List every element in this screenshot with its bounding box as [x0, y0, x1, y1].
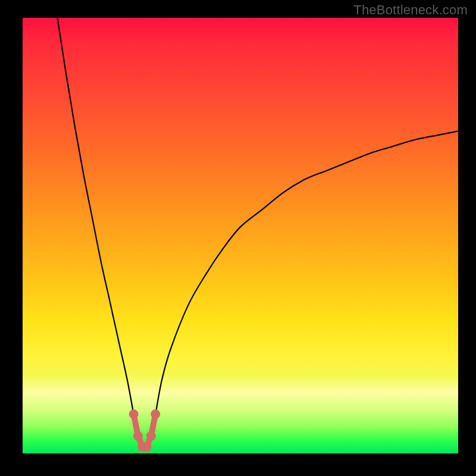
bottleneck-curve [58, 18, 458, 448]
trough-marker-dot [146, 431, 156, 441]
trough-marker-dot [142, 442, 152, 452]
curve-layer [23, 18, 458, 453]
trough-marker-dot [129, 409, 139, 419]
trough-marker-path [134, 414, 156, 447]
trough-marker-dots [129, 409, 161, 452]
plot-area [23, 18, 458, 453]
chart-stage: TheBottleneck.com [0, 0, 476, 476]
watermark-text: TheBottleneck.com [353, 2, 468, 18]
trough-marker-dot [151, 409, 160, 419]
trough-marker-dot [133, 431, 143, 441]
